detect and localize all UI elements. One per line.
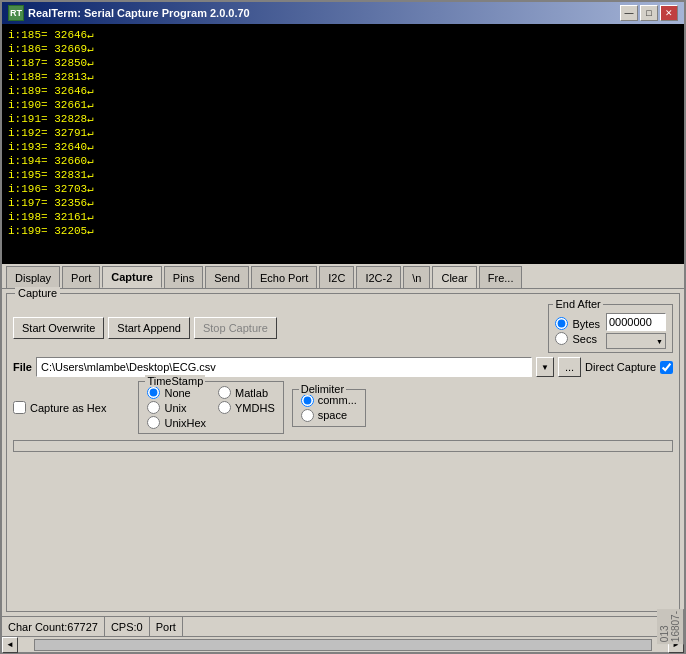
delim-space-radio[interactable]	[301, 409, 314, 422]
end-after-label: End After	[553, 298, 602, 310]
terminal-line: i:189= 32646↵	[8, 84, 678, 98]
tab-an[interactable]: \n	[403, 266, 430, 288]
title-buttons: — □ ✕	[620, 5, 678, 21]
stop-capture-button[interactable]: Stop Capture	[194, 317, 277, 339]
main-window: RT RealTerm: Serial Capture Program 2.0.…	[0, 0, 686, 654]
terminal-line: i:192= 32791↵	[8, 126, 678, 140]
terminal-line: i:190= 32661↵	[8, 98, 678, 112]
capture-group-label: Capture	[15, 287, 60, 299]
terminal-line: i:186= 32669↵	[8, 42, 678, 56]
ts-ymdhs-label[interactable]: YMDHS	[218, 401, 275, 414]
scroll-track[interactable]	[34, 639, 652, 651]
bottom-scrollbar[interactable]: ◄ ►	[2, 636, 684, 652]
delimiter-options: comm... space	[301, 394, 357, 422]
end-after-radios: Bytes Secs	[555, 317, 600, 345]
horizontal-scrollbar[interactable]	[13, 440, 673, 452]
terminal-line: i:198= 32161↵	[8, 210, 678, 224]
delim-comma-label[interactable]: comm...	[301, 394, 357, 407]
status-bar: Char Count:67727 CPS:0 Port 16807-013	[2, 616, 684, 636]
terminal-line: i:188= 32813↵	[8, 70, 678, 84]
start-overwrite-button[interactable]: Start Overwrite	[13, 317, 104, 339]
char-count-status: Char Count:67727	[2, 617, 105, 636]
ts-unix-radio[interactable]	[147, 401, 160, 414]
timestamp-group-label: TimeStamp	[145, 375, 205, 387]
tab-i2c[interactable]: I2C	[319, 266, 354, 288]
content-area: Capture Start Overwrite Start Append Sto…	[2, 289, 684, 616]
side-label: 16807-013	[657, 609, 684, 644]
tab-pins[interactable]: Pins	[164, 266, 203, 288]
capture-row2: Capture as Hex TimeStamp None Matlab	[13, 381, 673, 434]
capture-group: Capture Start Overwrite Start Append Sto…	[6, 293, 680, 612]
tab-clear[interactable]: Clear	[432, 266, 476, 288]
terminal-line: i:196= 32703↵	[8, 182, 678, 196]
tab-capture[interactable]: Capture	[102, 266, 162, 288]
tab-echo-port[interactable]: Echo Port	[251, 266, 317, 288]
tab-i2c-2[interactable]: I2C-2	[356, 266, 401, 288]
file-path-input[interactable]	[36, 357, 532, 377]
tab-fre[interactable]: Fre...	[479, 266, 523, 288]
capture-as-hex-checkbox[interactable]	[13, 401, 26, 414]
file-dropdown-button[interactable]: ▼	[536, 357, 554, 377]
end-after-input-area: ▼	[606, 313, 666, 349]
delim-comma-radio[interactable]	[301, 394, 314, 407]
tabs-bar: Display Port Capture Pins Send Echo Port…	[2, 264, 684, 289]
secs-radio[interactable]	[555, 332, 568, 345]
bytes-radio-label[interactable]: Bytes	[555, 317, 600, 330]
secs-radio-label[interactable]: Secs	[555, 332, 600, 345]
terminal-line: i:191= 32828↵	[8, 112, 678, 126]
bytes-radio[interactable]	[555, 317, 568, 330]
capture-as-hex-label[interactable]: Capture as Hex	[13, 401, 106, 414]
end-after-value-input[interactable]	[606, 313, 666, 331]
terminal-line: i:193= 32640↵	[8, 140, 678, 154]
file-browse-button[interactable]: ...	[558, 357, 581, 377]
window-title: RealTerm: Serial Capture Program 2.0.0.7…	[28, 7, 250, 19]
terminal-line: i:187= 32850↵	[8, 56, 678, 70]
minimize-button[interactable]: —	[620, 5, 638, 21]
end-after-inner: Bytes Secs ▼	[555, 313, 666, 349]
direct-capture-label: Direct Capture	[585, 361, 656, 373]
terminal-line: i:194= 32660↵	[8, 154, 678, 168]
terminal-line: i:197= 32356↵	[8, 196, 678, 210]
terminal-line: i:185= 32646↵	[8, 28, 678, 42]
port-status: Port	[150, 617, 183, 636]
tab-port[interactable]: Port	[62, 266, 100, 288]
capture-row1: Start Overwrite Start Append Stop Captur…	[13, 302, 673, 353]
app-icon: RT	[8, 5, 24, 21]
delimiter-group-label: Delimiter	[299, 383, 346, 395]
ts-none-radio[interactable]	[147, 386, 160, 399]
direct-capture-checkbox[interactable]	[660, 361, 673, 374]
end-after-spinner[interactable]: ▼	[606, 333, 666, 349]
maximize-button[interactable]: □	[640, 5, 658, 21]
delimiter-group: Delimiter comm... space	[292, 389, 366, 427]
ts-unixhex-radio[interactable]	[147, 416, 160, 429]
end-after-box: End After Bytes Secs	[548, 304, 673, 353]
file-row: File ▼ ... Direct Capture	[13, 357, 673, 377]
cps-status: CPS:0	[105, 617, 150, 636]
scroll-left-button[interactable]: ◄	[2, 637, 18, 653]
title-bar-left: RT RealTerm: Serial Capture Program 2.0.…	[8, 5, 250, 21]
close-button[interactable]: ✕	[660, 5, 678, 21]
tab-display[interactable]: Display	[6, 266, 60, 288]
terminal-line: i:199= 32205↵	[8, 224, 678, 238]
start-append-button[interactable]: Start Append	[108, 317, 190, 339]
ts-unix-label[interactable]: Unix	[147, 401, 206, 414]
ts-matlab-radio[interactable]	[218, 386, 231, 399]
title-bar: RT RealTerm: Serial Capture Program 2.0.…	[2, 2, 684, 24]
ts-matlab-label[interactable]: Matlab	[218, 386, 275, 399]
timestamp-grid: None Matlab Unix YMDHS	[147, 386, 274, 429]
timestamp-group: TimeStamp None Matlab Unix	[138, 381, 283, 434]
direct-capture-area: Direct Capture	[585, 361, 673, 374]
terminal-line: i:195= 32831↵	[8, 168, 678, 182]
ts-ymdhs-radio[interactable]	[218, 401, 231, 414]
terminal-display: i:185= 32646↵i:186= 32669↵i:187= 32850↵i…	[2, 24, 684, 264]
delim-space-label[interactable]: space	[301, 409, 357, 422]
ts-unixhex-label[interactable]: UnixHex	[147, 416, 206, 429]
ts-none-label[interactable]: None	[147, 386, 206, 399]
file-label: File	[13, 361, 32, 373]
tab-send[interactable]: Send	[205, 266, 249, 288]
